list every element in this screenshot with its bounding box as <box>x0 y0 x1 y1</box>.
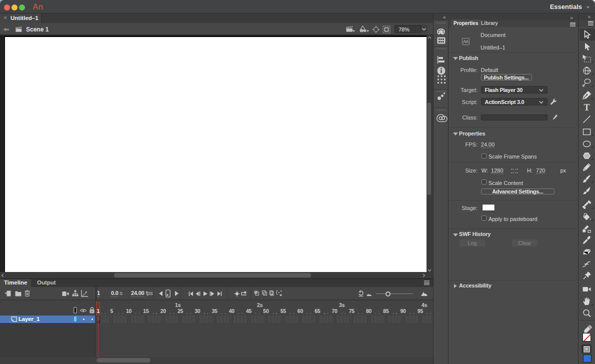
svg-text:T: T <box>584 102 590 112</box>
